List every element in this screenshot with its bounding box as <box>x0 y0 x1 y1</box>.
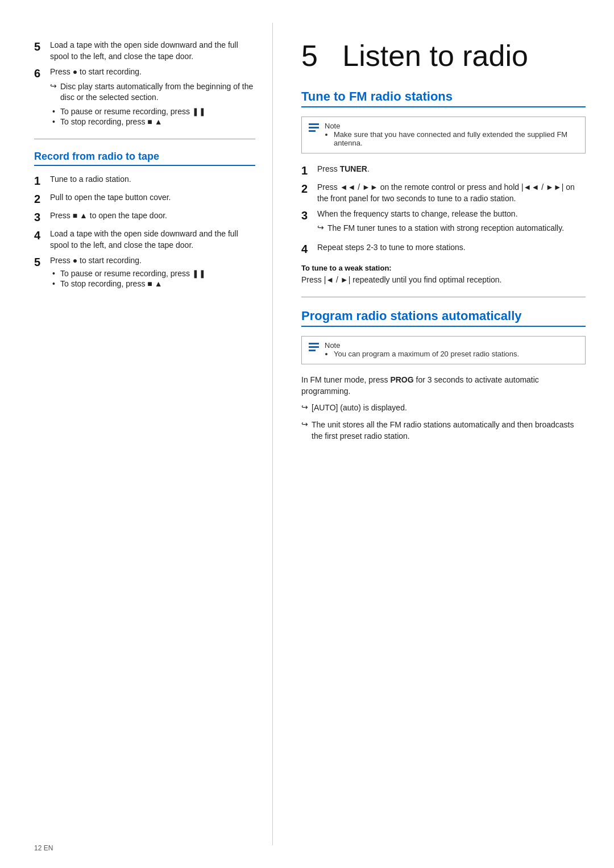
sub-arrow-text: Disc play starts automatically from the … <box>60 81 255 103</box>
prog-bold: PROG <box>390 375 413 384</box>
section-divider <box>34 139 255 139</box>
r-step-3: 3 Press ■ ▲ to open the tape door. <box>34 210 255 224</box>
note-text-program: You can program a maximum of 20 preset r… <box>334 350 519 358</box>
note-text-tune: Make sure that you have connected and fu… <box>334 130 578 147</box>
bullet-stop: To stop recording, press ■ ▲ <box>50 117 255 126</box>
chapter-number: 5 <box>301 39 318 72</box>
r-step-1: 1 Tune to a radio station. <box>34 174 255 188</box>
prog-text-1: In FM tuner mode, press PROG for 3 secon… <box>301 375 586 397</box>
step-sub-arrow: ↪ Disc play starts automatically from th… <box>50 81 255 103</box>
note-icon <box>309 123 319 132</box>
section-record-heading: Record from radio to tape <box>34 151 255 166</box>
step-number: 1 <box>34 174 45 188</box>
step-text: Pull to open the tape button cover. <box>50 192 171 203</box>
step-text: When the frequency starts to change, rel… <box>317 209 518 218</box>
note-content-program: You can program a maximum of 20 preset r… <box>325 350 519 358</box>
step-number: 5 <box>34 255 45 269</box>
r-bullet-pause: To pause or resume recording, press ❚❚ <box>50 269 206 278</box>
tune-step-3-arrow: ↪ The FM tuner tunes to a station with s… <box>317 223 564 234</box>
prog-arrow-2: ↪ The unit stores all the FM radio stati… <box>301 420 586 442</box>
step-text: Repeat steps 2-3 to tune to more station… <box>317 242 466 254</box>
step-text: Press ● to start recording. <box>50 67 142 76</box>
tune-steps: 1 Press TUNER. 2 Press ◄◄ / ►► on the re… <box>301 164 586 255</box>
section-tune-heading: Tune to FM radio stations <box>301 89 586 107</box>
note-icon <box>309 343 319 351</box>
step-text: Press ● to start recording. <box>50 256 142 265</box>
weak-station-text: Press |◄ / ►| repeatedly until you find … <box>301 275 586 286</box>
arrow-text-prog2: The unit stores all the FM radio station… <box>312 420 586 442</box>
tune-step-4: 4 Repeat steps 2-3 to tune to more stati… <box>301 242 586 256</box>
r-bullet-stop: To stop recording, press ■ ▲ <box>50 279 206 288</box>
tune-step-2: 2 Press ◄◄ / ►► on the remote control or… <box>301 182 586 204</box>
step-number: 3 <box>301 209 313 222</box>
arrow-text: The FM tuner tunes to a station with str… <box>327 223 564 234</box>
note-label: Note <box>325 122 578 130</box>
note-box-tune: Note Make sure that you have connected a… <box>301 117 586 153</box>
step-number: 1 <box>301 164 313 177</box>
step-text: Press ◄◄ / ►► on the remote control or p… <box>317 182 586 204</box>
r-step-4: 4 Load a tape with the open side downwar… <box>34 229 255 251</box>
section-program-heading: Program radio stations automatically <box>301 309 586 327</box>
page-footer: 12 EN <box>34 844 53 852</box>
step-number: 2 <box>301 182 313 196</box>
r-step-2: 2 Pull to open the tape button cover. <box>34 192 255 206</box>
step-number: 5 <box>34 40 45 53</box>
tune-step-1: 1 Press TUNER. <box>301 164 586 177</box>
step-6-press: 6 Press ● to start recording. ↪ Disc pla… <box>34 67 255 127</box>
step-number: 4 <box>34 229 45 242</box>
r-step-5: 5 Press ● to start recording. To pause o… <box>34 255 255 289</box>
step-text: Load a tape with the open side downward … <box>50 229 255 251</box>
tune-step-3: 3 When the frequency starts to change, r… <box>301 209 586 237</box>
step-text: Load a tape with the open side downward … <box>50 40 255 62</box>
step-number: 3 <box>34 210 45 224</box>
weak-station-heading: To tune to a weak station: <box>301 264 586 272</box>
right-column: 5 Listen to radio Tune to FM radio stati… <box>273 23 614 845</box>
step-text: Tune to a radio station. <box>50 174 131 185</box>
record-steps: 1 Tune to a radio station. 2 Pull to ope… <box>34 174 255 289</box>
step-number: 4 <box>301 242 313 256</box>
step-text: Press ■ ▲ to open the tape door. <box>50 210 167 222</box>
r-step-5-bullets: To pause or resume recording, press ❚❚ T… <box>50 269 206 288</box>
step-text: Press TUNER. <box>317 164 370 175</box>
tuner-bold: TUNER <box>340 164 367 173</box>
step-number: 2 <box>34 192 45 206</box>
chapter-title: 5 Listen to radio <box>301 40 586 72</box>
chapter-title-text: Listen to radio <box>342 39 528 72</box>
left-column: 5 Load a tape with the open side downwar… <box>0 23 273 845</box>
note-content: Make sure that you have connected and fu… <box>325 130 578 147</box>
note-label-program: Note <box>325 341 519 350</box>
step-number: 6 <box>34 67 45 80</box>
bullet-pause: To pause or resume recording, press ❚❚ <box>50 107 255 116</box>
arrow-text-prog1: [AUTO] (auto) is displayed. <box>312 402 407 414</box>
note-box-program: Note You can program a maximum of 20 pre… <box>301 336 586 364</box>
prog-arrow-1: ↪ [AUTO] (auto) is displayed. <box>301 402 586 414</box>
step-6-bullets: To pause or resume recording, press ❚❚ T… <box>50 107 255 126</box>
section-divider-2 <box>301 297 586 297</box>
step-5-load: 5 Load a tape with the open side downwar… <box>34 40 255 62</box>
